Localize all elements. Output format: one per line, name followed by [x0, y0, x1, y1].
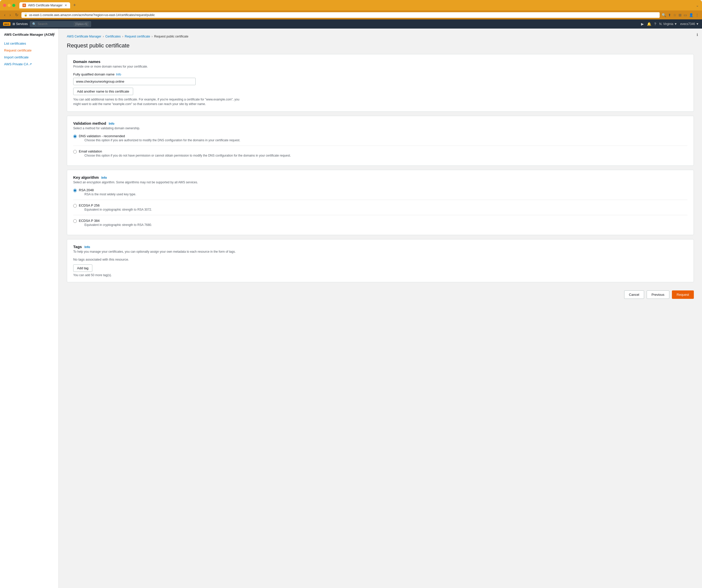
- global-search[interactable]: 🔍 [Option+S]: [30, 21, 91, 27]
- grid-icon: ⊞: [12, 22, 15, 26]
- rsa2048-radio[interactable]: [73, 189, 77, 192]
- sidebar-icon[interactable]: ▭: [684, 13, 687, 17]
- tab-grid-icon[interactable]: ⊞: [679, 13, 682, 17]
- email-validation-label[interactable]: Email validation Choose this option if y…: [73, 149, 688, 157]
- key-algorithm-desc: Select an encryption algorithm. Some alg…: [73, 180, 688, 184]
- breadcrumb-acm[interactable]: AWS Certificate Manager: [67, 35, 101, 38]
- share-icon[interactable]: ⬆: [668, 13, 671, 17]
- algo-divider-2: [73, 215, 688, 215]
- address-bar: ‹ › ↻ 🔒 us-east-1.console.aws.amazon.com…: [0, 10, 702, 19]
- key-algorithm-info[interactable]: Info: [101, 176, 107, 179]
- dns-validation-label[interactable]: DNS validation - recommended Choose this…: [73, 134, 688, 142]
- ecdsa384-desc: Equivalent in cryptographic strength to …: [85, 223, 152, 227]
- sidebar-item-request[interactable]: Request certificate: [0, 47, 58, 54]
- tags-section: Tags Info To help you manage your certif…: [67, 239, 694, 282]
- tab-close-icon[interactable]: ✕: [65, 4, 67, 7]
- cancel-button[interactable]: Cancel: [624, 290, 644, 299]
- validation-divider: [73, 146, 688, 146]
- address-actions: 🔍 ⬆ ☆ ⊞ ▭ 👤 ⋮: [662, 13, 699, 17]
- request-button[interactable]: Request: [672, 290, 694, 299]
- validation-title: Validation method Info: [73, 121, 688, 126]
- tag-hint: You can add 50 more tag(s).: [73, 273, 688, 277]
- search-addr-icon[interactable]: 🔍: [662, 13, 666, 17]
- rsa2048-option: RSA 2048 RSA is the most widely used key…: [73, 188, 688, 196]
- domain-field-info[interactable]: Info: [116, 73, 121, 76]
- breadcrumb: AWS Certificate Manager › Certificates ›…: [67, 35, 694, 38]
- ecdsa384-radio[interactable]: [73, 219, 77, 223]
- user-menu[interactable]: evecs7346 ▼: [680, 22, 699, 26]
- more-icon[interactable]: ⋮: [695, 13, 699, 17]
- ecdsa256-label[interactable]: ECDSA P 256 Equivalent in cryptographic …: [73, 203, 688, 211]
- browser-chevron-icon[interactable]: ⌄: [696, 3, 699, 7]
- dns-radio[interactable]: [73, 135, 77, 138]
- tags-info[interactable]: Info: [85, 245, 90, 249]
- domain-names-title: Domain names: [73, 59, 688, 64]
- search-input[interactable]: [38, 22, 73, 26]
- search-shortcut: [Option+S]: [74, 22, 89, 26]
- dns-radio-title: DNS validation - recommended: [79, 134, 240, 138]
- content-area: ℹ AWS Certificate Manager › Certificates…: [59, 28, 702, 588]
- browser-tabs: A AWS Certificate Manager ✕ +: [17, 2, 694, 8]
- bell-icon[interactable]: 🔔: [647, 22, 651, 26]
- no-tags-text: No tags associated with this resource.: [73, 258, 688, 261]
- sidebar-nav: List certificates Request certificate Im…: [0, 40, 58, 67]
- minimize-button[interactable]: [8, 4, 11, 7]
- forward-button[interactable]: ›: [8, 12, 12, 18]
- email-validation-option: Email validation Choose this option if y…: [73, 149, 688, 157]
- cloudshell-icon[interactable]: ▶: [641, 22, 644, 26]
- breadcrumb-request[interactable]: Request certificate: [125, 35, 150, 38]
- tab-label: AWS Certificate Manager: [28, 4, 63, 7]
- active-tab[interactable]: A AWS Certificate Manager ✕: [19, 2, 70, 8]
- close-button[interactable]: [3, 4, 6, 7]
- new-tab-button[interactable]: +: [72, 2, 78, 8]
- sidebar-title: AWS Certificate Manager (ACM): [0, 33, 58, 40]
- sidebar: ✕ AWS Certificate Manager (ACM) List cer…: [0, 28, 59, 588]
- sidebar-item-list[interactable]: List certificates: [0, 40, 58, 47]
- maximize-button[interactable]: [12, 4, 15, 7]
- rsa2048-desc: RSA is the most widely used key type.: [85, 192, 136, 196]
- url-field[interactable]: 🔒 us-east-1.console.aws.amazon.com/acm/h…: [21, 12, 660, 18]
- traffic-lights: [3, 4, 15, 7]
- add-name-button[interactable]: Add another name to this certificate: [73, 88, 133, 95]
- back-button[interactable]: ‹: [3, 12, 6, 18]
- page-info-icon[interactable]: ℹ: [697, 33, 698, 37]
- breadcrumb-current: Request public certificate: [154, 35, 188, 38]
- email-radio[interactable]: [73, 150, 77, 153]
- breadcrumb-certificates[interactable]: Certificates: [105, 35, 121, 38]
- breadcrumb-sep-2: ›: [122, 35, 123, 38]
- rsa2048-label[interactable]: RSA 2048 RSA is the most widely used key…: [73, 188, 688, 196]
- ecdsa384-option: ECDSA P 384 Equivalent in cryptographic …: [73, 219, 688, 227]
- search-icon: 🔍: [32, 22, 36, 26]
- ecdsa256-title: ECDSA P 256: [79, 203, 152, 207]
- key-algorithm-title: Key algorithm Info: [73, 175, 688, 179]
- validation-info[interactable]: Info: [109, 122, 114, 126]
- services-menu[interactable]: ⊞ Services: [12, 22, 28, 26]
- region-selector[interactable]: N. Virginia ▼: [659, 22, 677, 26]
- breadcrumb-sep-1: ›: [103, 35, 104, 38]
- sidebar-item-import[interactable]: Import certificate: [0, 54, 58, 61]
- add-tag-button[interactable]: Add tag: [73, 264, 92, 272]
- aws-topnav: aws ⊞ Services 🔍 [Option+S] ▶ 🔔 ? N. Vir…: [0, 19, 702, 28]
- domain-name-input[interactable]: [73, 78, 196, 85]
- previous-button[interactable]: Previous: [647, 290, 669, 299]
- ecdsa384-title: ECDSA P 384: [79, 219, 152, 223]
- rsa2048-title: RSA 2048: [79, 188, 136, 192]
- validation-section: Validation method Info Select a method f…: [67, 116, 694, 166]
- sidebar-close-icon[interactable]: ✕: [52, 32, 55, 36]
- dns-radio-desc: Choose this option if you are authorized…: [85, 138, 240, 142]
- ecdsa384-label[interactable]: ECDSA P 384 Equivalent in cryptographic …: [73, 219, 688, 227]
- validation-desc: Select a method for validating domain ow…: [73, 127, 688, 130]
- main-layout: ✕ AWS Certificate Manager (ACM) List cer…: [0, 28, 702, 588]
- reload-button[interactable]: ↻: [14, 12, 19, 18]
- email-radio-title: Email validation: [79, 149, 291, 153]
- topnav-right: ▶ 🔔 ? N. Virginia ▼ evecs7346 ▼: [641, 22, 699, 26]
- help-icon[interactable]: ?: [654, 22, 656, 26]
- bookmark-icon[interactable]: ☆: [673, 13, 677, 17]
- ecdsa256-radio[interactable]: [73, 204, 77, 207]
- aws-logo: aws: [3, 22, 10, 26]
- key-algorithm-section: Key algorithm Info Select an encryption …: [67, 170, 694, 235]
- sidebar-item-private-ca[interactable]: AWS Private CA ↗: [0, 61, 58, 67]
- ecdsa256-desc: Equivalent in cryptographic strength to …: [85, 208, 152, 211]
- domain-hint-text: You can add additional names to this cer…: [73, 97, 247, 106]
- profile-icon[interactable]: 👤: [689, 13, 693, 17]
